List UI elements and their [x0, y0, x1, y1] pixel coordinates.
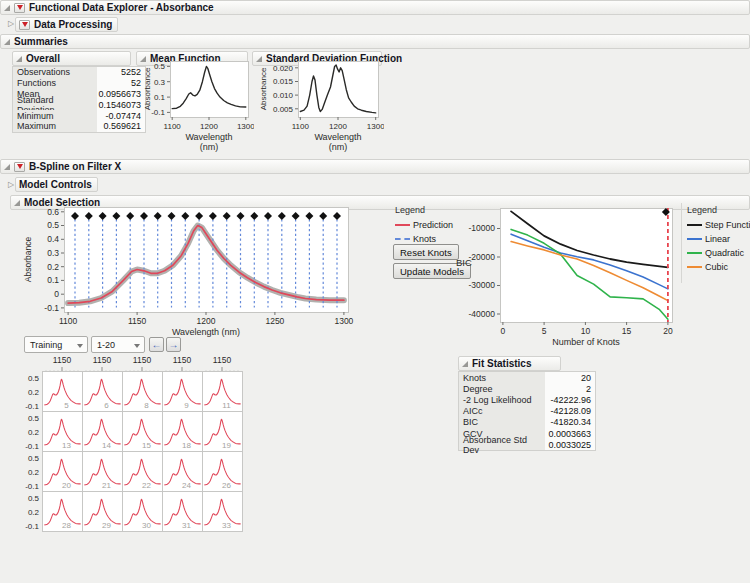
outline-functional-data-explorer[interactable]: Functional Data Explorer - Absorbance [0, 0, 750, 15]
panel-cell-30[interactable]: 30 [123, 492, 163, 532]
panel-cell-29[interactable]: 29 [83, 492, 123, 532]
svg-text:0: 0 [501, 326, 506, 336]
legend-item: Cubic [687, 262, 749, 272]
panel-y-tick-label: 0.5 [16, 414, 39, 423]
disclosure-open-icon[interactable] [462, 361, 468, 367]
disclosure-closed-icon[interactable]: ▷ [8, 181, 14, 189]
red-triangle-menu-icon[interactable] [19, 20, 30, 30]
knots-line-swatch [395, 238, 410, 240]
panel-cell-5[interactable]: 5 [43, 372, 83, 412]
function-id-label: 5 [51, 401, 82, 410]
svg-text:0.1: 0.1 [47, 275, 59, 285]
table-row: Knots20 [459, 372, 595, 383]
disclosure-open-icon[interactable] [4, 164, 10, 170]
stat-label: AICc [459, 406, 545, 417]
panel-y-tick-label: 0.5 [16, 454, 39, 463]
bic-comparison-chart: -10000-20000-30000-4000005101520Number o… [452, 200, 680, 352]
svg-text:-0.1: -0.1 [44, 303, 59, 313]
outline-fit-statistics[interactable]: Fit Statistics [458, 356, 561, 371]
svg-text:Absorbance: Absorbance [259, 67, 268, 110]
table-row: BIC-41820.34 [459, 417, 595, 428]
panel-y-tick-label: 0.2 [16, 388, 39, 397]
outline-summaries[interactable]: Summaries [0, 34, 750, 49]
outline-overall[interactable]: Overall [12, 51, 131, 66]
panel-cell-15[interactable]: 15 [123, 412, 163, 452]
legend-divider [681, 203, 682, 283]
panel-cell-9[interactable]: 9 [163, 372, 203, 412]
stat-label: Minimum [13, 110, 97, 121]
svg-text:Wavelength: Wavelength [185, 132, 232, 142]
fde-report-window: Functional Data Explorer - Absorbance ▷ … [0, 0, 750, 583]
panel-cell-26[interactable]: 26 [203, 452, 243, 492]
panel-cell-14[interactable]: 14 [83, 412, 123, 452]
function-id-label: 28 [51, 521, 82, 530]
panel-y-tick-label: 0.5 [16, 494, 39, 503]
panel-cell-33[interactable]: 33 [203, 492, 243, 532]
function-id-label: 11 [211, 401, 242, 410]
svg-text:0.3: 0.3 [47, 248, 59, 258]
legend-item-label: Quadratic [705, 248, 744, 258]
legend-item: Linear [687, 234, 749, 244]
disclosure-open-icon[interactable] [4, 5, 10, 11]
range-select[interactable]: 1-20 [91, 336, 145, 353]
panel-x-tick-label: 1150 [82, 355, 122, 365]
red-triangle-menu-icon[interactable] [14, 162, 25, 172]
svg-text:1250: 1250 [265, 316, 284, 326]
stat-label: Knots [459, 372, 545, 383]
prev-page-button[interactable]: ← [149, 337, 164, 352]
svg-text:0.4: 0.4 [47, 234, 59, 244]
outline-model-controls[interactable]: Model Controls [15, 177, 98, 192]
panel-x-tick-label: 1150 [202, 355, 242, 365]
red-triangle-menu-icon[interactable] [14, 3, 25, 13]
svg-text:10: 10 [581, 326, 591, 336]
stat-value: -41820.34 [545, 417, 595, 428]
panel-cell-24[interactable]: 24 [163, 452, 203, 492]
page-title: Functional Data Explorer - Absorbance [29, 2, 214, 13]
svg-text:Wavelength: Wavelength [314, 132, 361, 142]
stat-value: 20 [545, 372, 595, 383]
panel-cell-22[interactable]: 22 [123, 452, 163, 492]
model-selection-plot[interactable]: -0.100.10.20.30.40.50.611001150120012501… [18, 200, 364, 340]
panel-x-tick-label: 1150 [42, 355, 82, 365]
stat-value: 2 [545, 383, 595, 394]
svg-text:0: 0 [54, 289, 59, 299]
panel-cell-11[interactable]: 11 [203, 372, 243, 412]
panel-cell-20[interactable]: 20 [43, 452, 83, 492]
panel-cell-6[interactable]: 6 [83, 372, 123, 412]
panel-y-tick-label: -0.1 [16, 442, 39, 451]
stat-value: -42128.09 [545, 406, 595, 417]
svg-text:-0.1: -0.1 [151, 108, 165, 117]
stat-label: Maximum [13, 121, 97, 132]
model-type-legend: Legend Step Functions Linear Quadratic C… [687, 205, 749, 276]
next-page-button[interactable]: → [166, 337, 181, 352]
panel-cell-31[interactable]: 31 [163, 492, 203, 532]
svg-text:1200: 1200 [329, 122, 347, 131]
panel-cell-18[interactable]: 18 [163, 412, 203, 452]
disclosure-open-icon[interactable] [4, 39, 10, 45]
view-select[interactable]: Training [24, 336, 88, 353]
outline-bspline[interactable]: B-Spline on Filter X [0, 159, 750, 174]
panel-cell-21[interactable]: 21 [83, 452, 123, 492]
svg-text:-30000: -30000 [469, 280, 496, 290]
table-row: Observations5252 [13, 67, 145, 78]
outline-data-processing[interactable]: Data Processing [15, 17, 118, 32]
panel-cell-19[interactable]: 19 [203, 412, 243, 452]
svg-text:(nm): (nm) [200, 142, 219, 152]
section-title: B-Spline on Filter X [29, 161, 121, 172]
disclosure-open-icon[interactable] [16, 56, 22, 62]
panel-cell-13[interactable]: 13 [43, 412, 83, 452]
table-row: Minimum-0.07474 [13, 110, 145, 121]
panel-cell-8[interactable]: 8 [123, 372, 163, 412]
table-row: Maximum0.569621 [13, 121, 145, 132]
function-id-label: 22 [131, 481, 162, 490]
panel-cell-28[interactable]: 28 [43, 492, 83, 532]
disclosure-closed-icon[interactable]: ▷ [8, 20, 14, 28]
svg-text:0.3: 0.3 [154, 78, 166, 87]
chevron-down-icon [77, 344, 83, 348]
svg-text:1100: 1100 [59, 316, 78, 326]
table-row: AICc-42128.09 [459, 406, 595, 417]
svg-text:0.5: 0.5 [154, 62, 166, 71]
function-id-label: 24 [171, 481, 202, 490]
reset-knots-button[interactable]: Reset Knots [393, 244, 459, 260]
legend-item: Quadratic [687, 248, 749, 258]
